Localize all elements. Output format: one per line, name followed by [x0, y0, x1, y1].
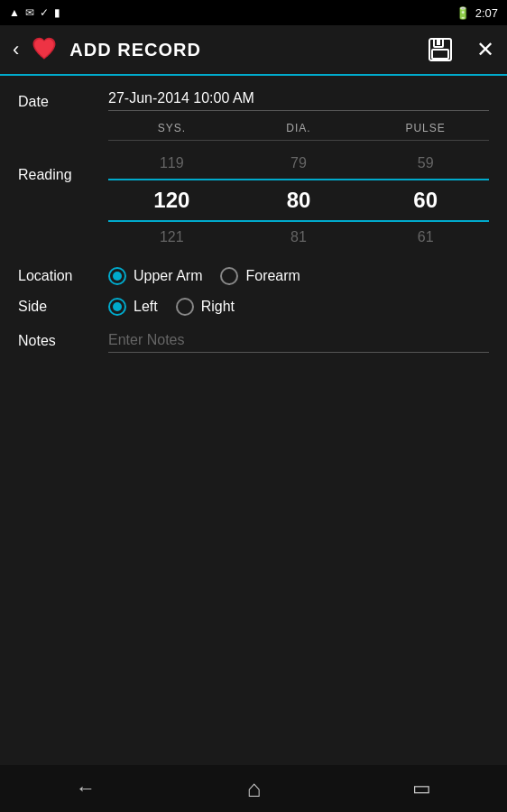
upper-arm-label: Upper Arm — [134, 268, 202, 284]
location-row: Location Upper Arm Forearm — [18, 267, 489, 285]
notes-label: Notes — [18, 333, 108, 349]
save-button[interactable] — [428, 37, 453, 62]
pulse-val-1: 59 — [390, 155, 462, 171]
reading-row-3[interactable]: 121 81 61 — [108, 222, 489, 253]
date-row: Date 27-Jun-2014 10:00 AM — [18, 90, 489, 111]
side-label: Side — [18, 299, 108, 315]
time-display: 2:07 — [475, 6, 498, 20]
close-button[interactable]: ✕ — [476, 37, 494, 62]
battery-status-icon: 🔋 — [456, 6, 470, 20]
reading-table: SYS. DIA. PULSE 119 79 59 120 80 60 121 … — [108, 122, 489, 253]
app-icon — [30, 35, 59, 64]
location-options: Upper Arm Forearm — [108, 267, 300, 285]
alarm-icon: ✓ — [40, 6, 49, 19]
forearm-label: Forearm — [245, 268, 300, 284]
toolbar: ‹ ADD RECORD ✕ — [0, 25, 507, 76]
svg-rect-3 — [437, 40, 440, 45]
left-radio[interactable] — [108, 298, 126, 316]
date-label: Date — [18, 90, 108, 110]
reading-row: Reading SYS. DIA. PULSE 119 79 59 120 80… — [18, 122, 489, 253]
reading-label: Reading — [18, 122, 108, 183]
side-right[interactable]: Right — [176, 298, 235, 316]
signal-icon: ▲ — [9, 6, 20, 19]
content: Date 27-Jun-2014 10:00 AM Reading SYS. D… — [0, 76, 507, 367]
location-label: Location — [18, 268, 108, 284]
reading-row-2[interactable]: 120 80 60 — [108, 179, 489, 222]
back-button[interactable]: ‹ — [13, 38, 19, 61]
notes-row: Notes — [18, 328, 489, 353]
dia-header: DIA. — [263, 122, 335, 134]
svg-rect-2 — [432, 50, 448, 59]
dia-val-1: 79 — [263, 155, 335, 171]
side-row: Side Left Right — [18, 298, 489, 316]
sys-header: SYS. — [135, 122, 207, 134]
status-bar: ▲ ✉ ✓ ▮ 🔋 2:07 — [0, 0, 507, 25]
reading-row-1[interactable]: 119 79 59 — [108, 148, 489, 179]
dia-val-2: 80 — [263, 188, 335, 213]
reading-headers: SYS. DIA. PULSE — [108, 122, 489, 141]
bottom-nav: ← ⌂ ▭ — [0, 765, 507, 812]
home-nav-button[interactable]: ⌂ — [247, 775, 262, 803]
forearm-radio[interactable] — [220, 267, 238, 285]
right-radio[interactable] — [176, 298, 194, 316]
status-bar-left: ▲ ✉ ✓ ▮ — [9, 6, 60, 19]
sys-val-2: 120 — [135, 188, 207, 213]
location-forearm[interactable]: Forearm — [220, 267, 300, 285]
pulse-header: PULSE — [390, 122, 462, 134]
page-title: ADD RECORD — [69, 40, 417, 60]
location-upper-arm[interactable]: Upper Arm — [108, 267, 202, 285]
sys-val-1: 119 — [135, 155, 207, 171]
side-left[interactable]: Left — [108, 298, 158, 316]
sys-val-3: 121 — [135, 229, 207, 245]
back-nav-button[interactable]: ← — [76, 777, 96, 800]
dia-val-3: 81 — [263, 229, 335, 245]
pulse-val-2: 60 — [390, 188, 462, 213]
notes-input[interactable] — [108, 328, 489, 353]
pulse-val-3: 61 — [390, 229, 462, 245]
status-bar-right: 🔋 2:07 — [456, 6, 498, 20]
battery-icon: ▮ — [54, 6, 60, 19]
mail-icon: ✉ — [25, 6, 34, 19]
left-label: Left — [134, 299, 158, 315]
recent-nav-button[interactable]: ▭ — [412, 777, 431, 800]
side-options: Left Right — [108, 298, 235, 316]
right-label: Right — [201, 299, 235, 315]
upper-arm-radio[interactable] — [108, 267, 126, 285]
date-value[interactable]: 27-Jun-2014 10:00 AM — [108, 90, 489, 111]
